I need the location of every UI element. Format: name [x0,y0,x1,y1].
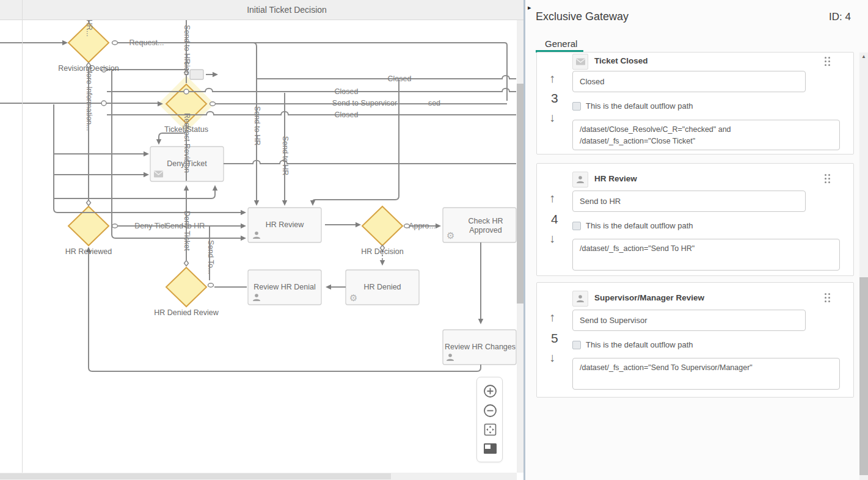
outflow-target-title: Ticket Closed [594,56,648,65]
fit-screen-button[interactable] [483,423,497,437]
drag-handle-icon[interactable] [825,57,830,66]
outflow-card-ticket-closed: Ticket Closed ↑ 3 ↓ This is the default … [536,52,854,155]
edge-label-vertical: Send to HR [281,136,290,176]
outflow-target-title: Supervisor/Manager Review [594,293,704,302]
gateway-label: HR Reviewed [65,247,112,256]
edge-label: sed [428,99,440,107]
scroll-up-button[interactable]: ▲ [859,53,868,61]
diagram-canvas[interactable]: Request... Closed Closed Send to Supervi… [0,20,517,473]
tab-general[interactable]: General [545,38,577,49]
edge-label-vertical: Deny Ticket [183,211,191,251]
zoom-toolbar [476,377,503,462]
canvas-titlebar: Initial Ticket Decision [0,0,523,20]
edge-label-vertical: HR... [85,20,93,37]
panel-scroll-thumb[interactable] [859,277,868,475]
canvas-vertical-scrollbar[interactable] [517,20,523,473]
page-boundary-line [22,0,23,473]
flow-name-input[interactable] [572,71,806,92]
edge-label-vertical: sion [183,62,191,76]
properties-panel: ▸ Exclusive Gateway ID: 4 General Ticket… [525,0,868,480]
condition-expression-input[interactable]: /dataset/_fs_action="Send To HR" [572,239,840,271]
edge-label-vertical: More Information... [85,67,93,131]
drag-handle-icon[interactable] [825,174,830,183]
zoom-in-button[interactable] [483,384,497,398]
default-outflow-label: This is the default outflow path [586,101,693,111]
task-label: Deny Ticket [167,159,207,168]
canvas-hscroll-thumb[interactable] [0,473,391,479]
panel-scrollbar[interactable]: ▲ [859,53,868,480]
outflow-order-number: 5 [551,332,558,344]
panel-collapse-icon[interactable]: ▸ [528,4,531,12]
default-outflow-checkbox[interactable] [572,341,581,349]
move-down-button[interactable]: ↓ [549,111,555,123]
drag-handle-icon[interactable] [825,293,830,302]
move-down-button[interactable]: ↓ [549,232,555,244]
zoom-out-button[interactable] [483,404,497,418]
person-icon [572,291,588,307]
element-id-label: ID: 4 [829,11,851,23]
default-outflow-checkbox[interactable] [572,102,581,111]
person-icon [572,172,588,187]
task-label: HR Review [266,220,304,229]
gateway-label: HR Denied Review [154,308,219,317]
task-label: Review HR Denial [253,283,315,291]
edge-label: Deny Ticl [134,222,166,230]
default-outflow-checkbox[interactable] [572,222,581,230]
panel-title: Exclusive Gateway [536,10,629,23]
edge-label-vertical: Send to HR [183,25,191,65]
edge-label: Send to Supervisor [332,99,397,107]
outflow-card-hr-review: HR Review ↑ 4 ↓ This is the default outf… [536,163,854,276]
outflow-card-supervisor-review: Supervisor/Manager Review ↑ 5 ↓ This is … [536,282,854,398]
diagram-canvas-area: Initial Ticket Decision [0,0,523,480]
move-up-button[interactable]: ↑ [549,311,555,323]
flow-name-input[interactable] [572,310,806,331]
edge-label-vertical: Send to HR [253,106,261,146]
task-label: Check HR [469,217,503,225]
move-up-button[interactable]: ↑ [549,72,555,84]
gateway-hr-decision[interactable] [362,206,403,245]
edge-label: Request... [129,38,164,47]
task-label: Approved [469,226,502,235]
outflow-target-title: HR Review [594,174,637,183]
gateway-hr-denied-review[interactable] [166,267,206,307]
flow-name-input[interactable] [572,191,806,212]
condition-expression-input[interactable]: /dataset/Close_Resolve/C_R="checked" and… [572,120,840,150]
edge-label: Closed [388,75,412,83]
move-up-button[interactable]: ↑ [549,192,555,204]
task-label: Review HR Changes [445,343,516,351]
edge-label: Closed [335,87,359,96]
edge-label: Appro... [409,222,436,230]
gateway-label: Revision Decision [58,64,119,73]
outflow-order-number: 3 [551,92,558,104]
edge-label: Closed [335,111,359,119]
minimap-toggle-button[interactable] [483,442,497,456]
outflow-order-number: 4 [551,213,558,225]
gateway-label: Ticket Status [164,125,208,134]
gateway-label: HR Decision [361,247,404,256]
envelope-icon [572,54,588,70]
canvas-title: Initial Ticket Decision [0,5,523,15]
edge-label-vertical: Send To... [206,240,215,274]
task-label: HR Denied [363,283,401,291]
collapsed-element[interactable] [190,70,203,79]
canvas-vscroll-thumb[interactable] [517,84,523,304]
canvas-horizontal-scrollbar[interactable] [0,473,517,480]
workflow-editor: Initial Ticket Decision [0,0,868,480]
default-outflow-label: This is the default outflow path [586,221,693,230]
default-outflow-label: This is the default outflow path [586,340,693,349]
move-down-button[interactable]: ↓ [549,351,555,363]
condition-expression-input[interactable]: /dataset/_fs_action="Send To Supervisor/… [572,358,840,390]
